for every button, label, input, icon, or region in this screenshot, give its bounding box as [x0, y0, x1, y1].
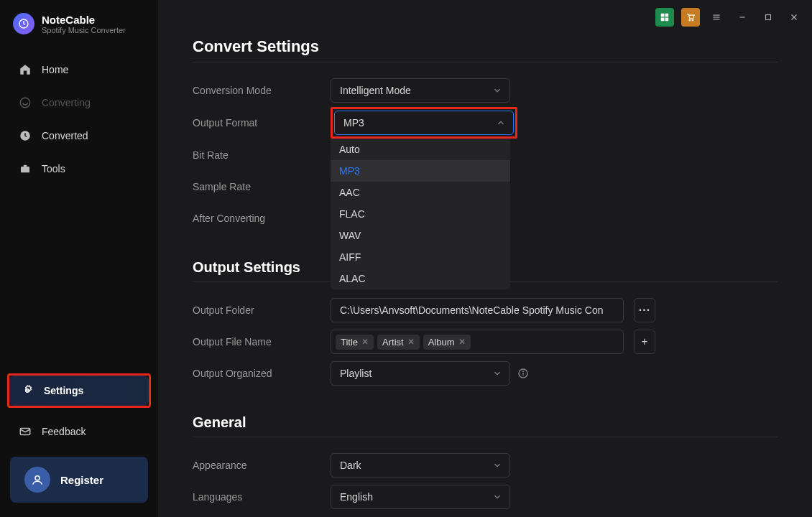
divider	[193, 62, 778, 62]
label-output-file-name: Output File Name	[193, 336, 331, 348]
tag-remove-icon[interactable]: ✕	[407, 337, 415, 347]
register-label: Register	[60, 474, 103, 486]
input-output-folder[interactable]: C:\Users\Anvsoft\Documents\NoteCable Spo…	[331, 298, 624, 322]
svg-rect-4	[24, 165, 27, 167]
svg-point-1	[20, 98, 30, 108]
home-icon	[19, 63, 32, 76]
option-alac[interactable]: ALAC	[331, 268, 510, 289]
app-logo: NoteCable Spotify Music Converter	[7, 13, 151, 47]
close-icon[interactable]	[785, 8, 803, 27]
svg-rect-9	[665, 14, 669, 17]
chevron-down-icon	[492, 85, 502, 96]
label-output-format: Output Format	[193, 117, 331, 129]
option-mp3[interactable]: MP3	[331, 160, 510, 182]
svg-rect-3	[21, 167, 29, 172]
tag-album[interactable]: Album✕	[423, 335, 471, 350]
app-logo-icon	[13, 13, 34, 34]
gear-icon	[21, 384, 34, 397]
divider	[193, 437, 778, 437]
svg-point-7	[35, 476, 40, 480]
minimize-icon[interactable]	[733, 8, 752, 27]
chevron-down-icon	[492, 368, 502, 378]
label-after-converting: After Converting	[193, 213, 331, 224]
add-tag-button[interactable]: +	[634, 330, 655, 354]
tag-remove-icon[interactable]: ✕	[458, 337, 466, 347]
register-button[interactable]: Register	[10, 457, 148, 503]
browse-button[interactable]: ···	[634, 298, 655, 322]
app-title: NoteCable	[42, 14, 126, 26]
dropdown-output-format: Auto MP3 AAC FLAC WAV AIFF ALAC	[331, 139, 510, 289]
label-output-folder: Output Folder	[193, 304, 331, 316]
option-auto[interactable]: Auto	[331, 139, 510, 160]
chevron-up-icon	[496, 118, 506, 128]
sidebar-item-converting[interactable]: Converting	[7, 88, 151, 118]
sidebar-item-feedback[interactable]: Feedback	[7, 416, 151, 447]
info-icon[interactable]	[517, 368, 529, 379]
option-flac[interactable]: FLAC	[331, 203, 510, 225]
converting-icon	[19, 96, 32, 109]
option-aac[interactable]: AAC	[331, 182, 510, 203]
avatar-icon	[24, 467, 50, 493]
settings-content: Convert Settings Conversion Mode Intelli…	[158, 34, 812, 517]
section-title-convert: Convert Settings	[193, 37, 778, 56]
converted-icon	[19, 129, 32, 142]
chevron-down-icon	[492, 460, 502, 470]
svg-point-12	[689, 19, 691, 21]
label-appearance: Appearance	[193, 460, 331, 471]
nav-label: Converting	[42, 97, 91, 108]
tools-icon	[19, 162, 32, 175]
grid-icon[interactable]	[655, 8, 674, 27]
tag-title[interactable]: Title✕	[336, 335, 374, 350]
svg-rect-10	[661, 18, 665, 22]
sidebar-item-tools[interactable]: Tools	[7, 154, 151, 184]
nav-label: Settings	[44, 385, 83, 396]
chevron-down-icon	[492, 492, 502, 502]
main-panel: Convert Settings Conversion Mode Intelli…	[158, 0, 812, 517]
sidebar-item-converted[interactable]: Converted	[7, 121, 151, 151]
label-sample-rate: Sample Rate	[193, 181, 331, 192]
sidebar: NoteCable Spotify Music Converter Home C…	[0, 0, 158, 517]
nav-list: Home Converting Converted Tools	[7, 55, 151, 184]
nav-label: Feedback	[42, 426, 86, 437]
label-output-organized: Output Organized	[193, 368, 331, 379]
titlebar	[158, 0, 812, 34]
tag-artist[interactable]: Artist✕	[377, 335, 420, 350]
maximize-icon[interactable]	[759, 8, 778, 27]
nav-label: Home	[42, 64, 68, 75]
svg-point-13	[692, 19, 693, 21]
option-wav[interactable]: WAV	[331, 225, 510, 246]
svg-rect-11	[665, 18, 669, 22]
cart-icon[interactable]	[681, 8, 700, 27]
svg-point-23	[523, 371, 524, 372]
app-subtitle: Spotify Music Converter	[42, 26, 126, 34]
sidebar-item-settings[interactable]: Settings	[9, 376, 149, 406]
select-conversion-mode[interactable]: Intelligent Mode	[331, 78, 510, 103]
menu-icon[interactable]	[707, 8, 726, 27]
nav-label: Tools	[42, 163, 65, 174]
option-aiff[interactable]: AIFF	[331, 246, 510, 268]
tags-output-file-name[interactable]: Title✕ Artist✕ Album✕	[331, 330, 624, 354]
nav-label: Converted	[42, 130, 88, 141]
sidebar-item-home[interactable]: Home	[7, 55, 151, 85]
svg-rect-18	[766, 15, 771, 20]
mail-icon	[19, 425, 32, 438]
tag-remove-icon[interactable]: ✕	[361, 337, 369, 347]
select-output-format[interactable]: MP3	[334, 111, 514, 135]
select-appearance[interactable]: Dark	[331, 453, 510, 478]
label-languages: Languages	[193, 491, 331, 503]
select-output-organized[interactable]: Playlist	[331, 361, 510, 386]
svg-rect-8	[661, 14, 665, 17]
label-bit-rate: Bit Rate	[193, 149, 331, 161]
select-languages[interactable]: English	[331, 485, 510, 509]
section-title-general: General	[193, 414, 778, 431]
label-conversion-mode: Conversion Mode	[193, 85, 331, 96]
